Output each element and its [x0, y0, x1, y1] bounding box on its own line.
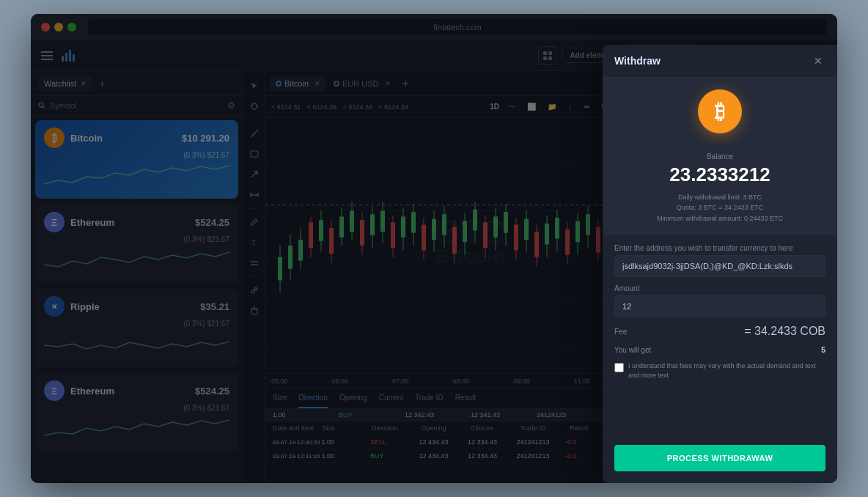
fee-row: Fee = 34.2433 COB	[614, 325, 825, 338]
min-withdrawal: Minimum withdrawal amount: 0.24433 ETC	[614, 213, 825, 224]
modal-balance-section: Balance 23.2333212 Daily withdrawal limi…	[603, 145, 837, 235]
modal-body: Enter the address you wish to transfer c…	[603, 235, 837, 445]
process-withdraw-button[interactable]: PROCESS WITHDRAWAW	[614, 445, 825, 471]
fee-label: Fee	[614, 328, 627, 336]
modal-close-button[interactable]: ✕	[811, 54, 825, 68]
fee-value: = 34.2433 COB	[744, 325, 825, 338]
balance-label: Balance	[614, 152, 825, 161]
modal-overlay: Withdraw ✕ ₿ Balance 23.2333212 Daily wi…	[31, 14, 837, 483]
balance-info: Daily withdrawal limit: 3 BTC Quota: 3 B…	[614, 192, 825, 224]
you-get-label: You will get	[614, 346, 651, 354]
balance-amount: 23.2333212	[614, 163, 825, 186]
quota: Quota: 3 BTC = 34.2433 ETC	[614, 202, 825, 213]
you-get-row: You will get 5	[614, 345, 825, 354]
disclaimer-checkbox[interactable]	[614, 363, 624, 372]
modal-coin-icon: ₿	[698, 89, 742, 133]
withdraw-modal: Withdraw ✕ ₿ Balance 23.2333212 Daily wi…	[603, 45, 837, 483]
modal-title: Withdraw	[614, 55, 661, 67]
address-input[interactable]	[614, 255, 825, 277]
amount-label: Amount	[614, 284, 825, 292]
disclaimer-row: I understand that fees may vary with the…	[614, 361, 825, 380]
amount-form-group: Amount	[614, 284, 825, 317]
modal-coin-display: ₿	[603, 78, 837, 145]
daily-limit: Daily withdrawal limit: 3 BTC	[614, 192, 825, 202]
disclaimer-text: I understand that fees may vary with the…	[628, 361, 825, 380]
you-get-value: 5	[821, 345, 825, 354]
browser-window: fintatech.com	[31, 14, 837, 483]
modal-header: Withdraw ✕	[603, 45, 837, 78]
amount-input[interactable]	[614, 295, 825, 317]
address-form-group: Enter the address you wish to transfer c…	[614, 244, 825, 277]
address-label: Enter the address you wish to transfer c…	[614, 244, 825, 252]
